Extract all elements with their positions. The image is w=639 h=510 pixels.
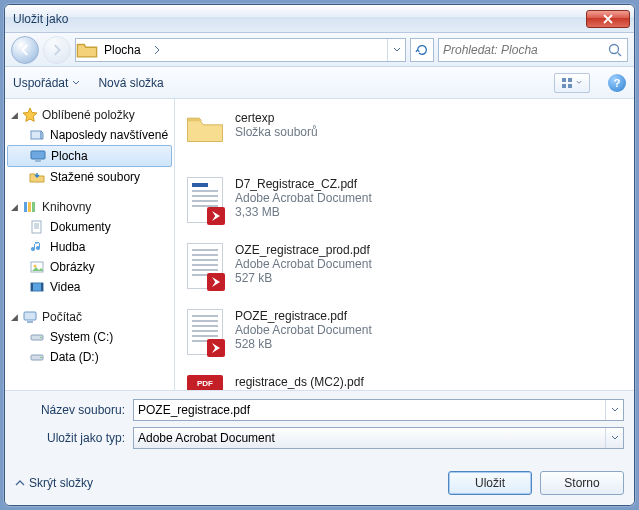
svg-rect-9 <box>28 202 31 212</box>
view-icon <box>562 78 574 88</box>
sidebar-item-drive-d[interactable]: Data (D:) <box>5 347 174 367</box>
libraries-icon <box>22 199 38 215</box>
window-title: Uložit jako <box>13 12 586 26</box>
chevron-down-icon[interactable] <box>605 400 623 420</box>
back-button[interactable] <box>11 36 39 64</box>
forward-button[interactable] <box>43 36 71 64</box>
help-button[interactable]: ? <box>608 74 626 92</box>
chevron-right-icon[interactable] <box>148 45 166 55</box>
sidebar-item-label: Naposledy navštívené <box>50 128 168 142</box>
videos-icon <box>29 279 45 295</box>
svg-rect-18 <box>27 321 33 323</box>
recent-icon <box>29 127 45 143</box>
chevron-down-icon <box>576 80 582 85</box>
downloads-icon <box>29 169 45 185</box>
file-list[interactable]: certexp Složka souborů D7_Registrace_CZ.… <box>175 99 634 390</box>
sidebar-item-downloads[interactable]: Stažené soubory <box>5 167 174 187</box>
file-name: POZE_registrace.pdf <box>235 309 372 323</box>
search-input[interactable] <box>443 43 607 57</box>
chevron-down-icon[interactable] <box>605 428 623 448</box>
form-area: Název souboru: Uložit jako typ: Adobe Ac… <box>5 390 634 463</box>
file-meta: POZE_registrace.pdf Adobe Acrobat Docume… <box>235 309 372 357</box>
titlebar: Uložit jako <box>5 5 634 33</box>
sidebar-item-music[interactable]: Hudba <box>5 237 174 257</box>
save-label: Uložit <box>475 476 505 490</box>
file-type: Složka souborů <box>235 125 318 139</box>
navigation-pane: ◢ Oblíbené položky Naposledy navštívené … <box>5 99 175 390</box>
search-box[interactable] <box>438 38 628 62</box>
list-item[interactable]: D7_Registrace_CZ.pdf Adobe Acrobat Docum… <box>185 173 624 239</box>
favorites-group[interactable]: ◢ Oblíbené položky <box>5 105 174 125</box>
svg-rect-7 <box>35 160 41 162</box>
list-item[interactable]: POZE_registrace.pdf Adobe Acrobat Docume… <box>185 305 624 371</box>
sidebar-item-label: System (C:) <box>50 330 113 344</box>
sidebar-item-documents[interactable]: Dokumenty <box>5 217 174 237</box>
refresh-button[interactable] <box>410 38 434 62</box>
file-size: 3,33 MB <box>235 205 372 219</box>
expand-icon: ◢ <box>11 312 18 322</box>
sidebar-item-pictures[interactable]: Obrázky <box>5 257 174 277</box>
svg-point-20 <box>40 337 42 339</box>
organize-button[interactable]: Uspořádat <box>13 76 80 90</box>
sidebar-item-drive-c[interactable]: System (C:) <box>5 327 174 347</box>
hide-folders-button[interactable]: Skrýt složky <box>15 476 93 490</box>
libraries-label: Knihovny <box>42 200 91 214</box>
file-meta: OZE_registrace_prod.pdf Adobe Acrobat Do… <box>235 243 372 291</box>
svg-rect-4 <box>568 84 572 88</box>
svg-rect-1 <box>562 78 566 82</box>
pdf-icon <box>185 177 225 225</box>
svg-rect-15 <box>31 283 33 291</box>
sidebar-item-desktop[interactable]: Plocha <box>7 145 172 167</box>
folder-icon <box>185 111 225 159</box>
footer: Skrýt složky Uložit Storno <box>5 463 634 505</box>
music-icon <box>29 239 45 255</box>
list-item[interactable]: OZE_registrace_prod.pdf Adobe Acrobat Do… <box>185 239 624 305</box>
favorites-label: Oblíbené položky <box>42 108 135 122</box>
desktop-icon <box>30 148 46 164</box>
sidebar-item-videos[interactable]: Videa <box>5 277 174 297</box>
breadcrumb-segment[interactable]: Plocha <box>98 39 148 61</box>
pdf-reader-icon: PDF <box>185 375 225 390</box>
svg-rect-11 <box>32 221 41 233</box>
file-meta: registrace_ds (MC2).pdf Adobe Acrobat Do… <box>235 375 372 390</box>
svg-rect-17 <box>24 312 36 320</box>
expand-icon: ◢ <box>11 202 18 212</box>
svg-rect-16 <box>41 283 43 291</box>
svg-point-22 <box>40 357 42 359</box>
filetype-label: Uložit jako typ: <box>15 431 125 445</box>
new-folder-button[interactable]: Nová složka <box>98 76 163 90</box>
filename-input[interactable] <box>134 403 605 417</box>
cancel-button[interactable]: Storno <box>540 471 624 495</box>
drive-icon <box>29 329 45 345</box>
file-meta: certexp Složka souborů <box>235 111 318 159</box>
chevron-up-icon <box>15 479 25 487</box>
sidebar-item-recent[interactable]: Naposledy navštívené <box>5 125 174 145</box>
sidebar-item-label: Obrázky <box>50 260 95 274</box>
file-type: Adobe Acrobat Document <box>235 323 372 337</box>
drive-icon <box>29 349 45 365</box>
file-name: OZE_registrace_prod.pdf <box>235 243 372 257</box>
pictures-icon <box>29 259 45 275</box>
svg-rect-5 <box>31 131 41 139</box>
new-folder-label: Nová složka <box>98 76 163 90</box>
list-item[interactable]: PDF registrace_ds (MC2).pdf Adobe Acroba… <box>185 371 624 390</box>
file-size: 528 kB <box>235 337 372 351</box>
computer-group[interactable]: ◢ Počítač <box>5 307 174 327</box>
svg-point-0 <box>610 44 619 53</box>
save-button[interactable]: Uložit <box>448 471 532 495</box>
computer-icon <box>22 309 38 325</box>
chevron-down-icon <box>72 80 80 86</box>
filetype-combo[interactable]: Adobe Acrobat Document <box>133 427 624 449</box>
close-button[interactable] <box>586 10 630 28</box>
address-bar[interactable]: Plocha <box>75 38 406 62</box>
view-options-button[interactable] <box>554 73 590 93</box>
list-item[interactable]: certexp Složka souborů <box>185 107 624 173</box>
filename-field[interactable] <box>133 399 624 421</box>
libraries-group[interactable]: ◢ Knihovny <box>5 197 174 217</box>
filetype-value: Adobe Acrobat Document <box>138 431 605 445</box>
hide-folders-label: Skrýt složky <box>29 476 93 490</box>
address-dropdown[interactable] <box>387 39 405 61</box>
svg-rect-3 <box>562 84 566 88</box>
pdf-icon <box>185 243 225 291</box>
documents-icon <box>29 219 45 235</box>
